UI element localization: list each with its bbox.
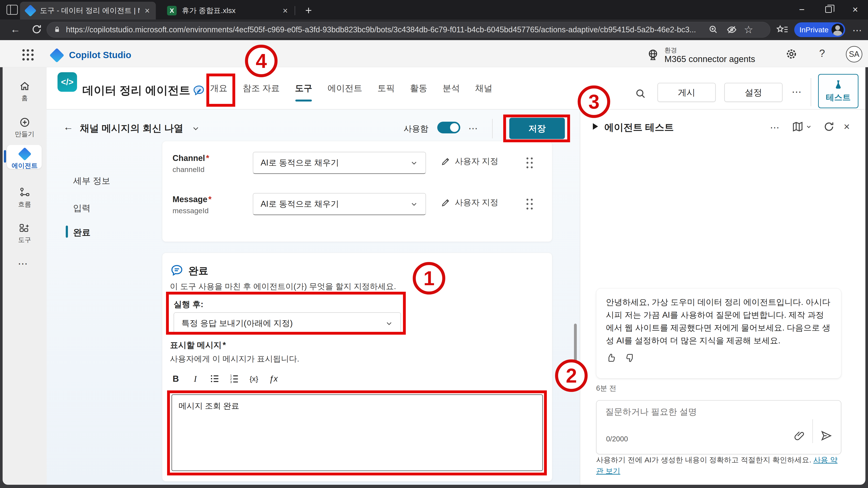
display-message-help: 사용자에게 이 메시지가 표시됩니다. [170,354,299,364]
tab-channels[interactable]: 채널 [475,82,492,94]
customize-label: 사용자 지정 [455,197,498,208]
annotation-circle-1: 1 [413,262,445,295]
divider [812,419,813,443]
channel-drag-handle[interactable] [525,156,534,170]
activity-map-button[interactable] [792,121,812,133]
favorite-star-icon[interactable]: ☆ [744,25,753,35]
chevron-down-icon [410,159,418,167]
window-minimize-button[interactable]: − [790,0,814,19]
annotation-circle-3: 3 [578,86,610,118]
address-bar[interactable]: https://copilotstudio.microsoft.com/envi… [46,22,770,37]
enabled-label: 사용함 [404,123,428,134]
message-value-dropdown[interactable]: AI로 동적으로 채우기 [253,193,426,215]
window-close-button[interactable]: × [843,0,867,19]
channel-customize-button[interactable]: 사용자 지정 [440,156,498,167]
side-panel-icon[interactable] [6,5,18,15]
map-icon [792,121,804,133]
sidebar-item-tools[interactable]: 도구 [3,223,46,245]
send-icon[interactable] [820,430,832,442]
back-icon[interactable]: ← [10,24,21,34]
publish-button[interactable]: 게시 [657,83,716,102]
tab-close-icon[interactable]: × [145,6,150,15]
inprivate-badge[interactable]: InPrivate [794,22,845,37]
tool-title-chevron-icon[interactable] [191,124,200,134]
copilot-studio-logo [50,49,63,62]
waffle-icon[interactable] [21,48,35,62]
thumbs-down-icon[interactable] [625,353,636,363]
rail-label: 만들기 [15,130,34,139]
account-avatar[interactable]: SA [846,46,862,62]
enabled-toggle[interactable] [437,122,460,133]
message-timestamp: 6분 전 [596,384,617,393]
tab-agents[interactable]: 에이전트 [328,82,362,94]
channel-value-dropdown[interactable]: AI로 동적으로 채우기 [253,152,426,174]
zoom-icon[interactable] [708,25,719,35]
customize-label: 사용자 지정 [455,156,498,167]
numbered-list-button[interactable]: 123 [227,372,241,385]
product-name: Copilot Studio [69,50,131,60]
collections-icon[interactable] [776,24,788,36]
message-drag-handle[interactable] [525,197,534,211]
sidebar-item-create[interactable]: 만들기 [3,117,46,139]
message-customize-button[interactable]: 사용자 지정 [440,197,498,208]
restart-conversation-icon[interactable] [823,121,835,134]
new-tab-button[interactable]: + [302,4,315,17]
tab-topics[interactable]: 토픽 [377,82,395,94]
agent-more-icon[interactable]: ⋯ [792,87,802,97]
tool-nav-done[interactable]: 완료 [73,226,91,238]
url-text: https://copilotstudio.microsoft.com/envi… [66,25,708,34]
bold-button[interactable]: B [169,372,183,385]
tool-nav-active-indicator [66,226,68,238]
test-button[interactable]: 테스트 [818,74,859,108]
tool-title: 채널 메시지의 회신 나열 [80,122,183,135]
rail-more-icon[interactable]: ⋯ [18,259,28,268]
help-icon[interactable]: ? [819,48,825,59]
environment-name[interactable]: M365 connector agents [664,54,755,64]
browser-tab-active[interactable]: 도구 - 데이터 정리 에이전트 | Mic × [20,2,156,20]
dropdown-value: AI로 동적으로 채우기 [260,198,339,209]
page-title: 데이터 정리 에이전트 [83,83,190,98]
tab-analytics[interactable]: 분석 [442,82,460,94]
settings-button[interactable]: 설정 [724,83,782,102]
sidebar-item-flows[interactable]: 흐름 [3,187,46,209]
browser-menu-icon[interactable]: ⋯ [852,26,862,35]
annotation-box-overview [206,73,235,107]
variable-button[interactable]: {x} [247,372,261,385]
agents-icon [18,147,31,161]
bullet-list-button[interactable] [208,372,222,385]
hidden-eye-icon[interactable] [726,25,737,35]
tab-title: 도구 - 데이터 정리 에이전트 | Mic [40,6,140,15]
restore-icon [825,6,832,13]
rail-label: 에이전트 [12,161,38,170]
tool-more-icon[interactable]: ⋯ [468,124,478,133]
tab-close-icon[interactable]: × [283,6,288,15]
tab-activity[interactable]: 활동 [410,82,427,94]
back-button[interactable]: ← [63,122,73,132]
rail-label: 흐름 [18,200,31,209]
divider [492,119,493,138]
browser-tab-excel[interactable]: X 휴가 종합표.xlsx × [161,2,294,20]
tool-nav-details[interactable]: 세부 정보 [73,175,110,187]
search-icon[interactable] [635,88,646,100]
italic-button[interactable]: I [188,372,202,385]
tab-knowledge[interactable]: 참조 자료 [243,82,280,94]
close-panel-icon[interactable]: × [844,122,850,132]
annotation-box-message [167,390,547,476]
tools-icon [19,223,31,234]
sidebar-item-agents[interactable]: 에이전트 [3,148,46,170]
refresh-icon[interactable] [31,24,42,36]
gear-icon[interactable] [785,48,798,61]
sidebar-item-home[interactable]: 홈 [3,81,46,103]
window-restore-button[interactable] [816,0,840,19]
chat-input[interactable] [605,406,792,434]
thumbs-up-icon[interactable] [606,353,616,363]
done-section-description: 이 도구 사용을 마친 후 에이전트이(가) 무엇을 할지 지정하세요. [170,281,396,292]
attach-icon[interactable] [794,430,805,442]
tool-nav-inputs[interactable]: 입력 [73,202,91,214]
tab-tools[interactable]: 도구 [295,82,312,94]
formula-button[interactable]: ƒx [267,372,280,385]
collapse-panel-icon[interactable] [593,123,598,130]
test-panel-more-icon[interactable]: ⋯ [770,123,779,132]
copilot-rename-icon[interactable] [193,84,205,98]
field-sub-message: messageId [173,206,209,215]
